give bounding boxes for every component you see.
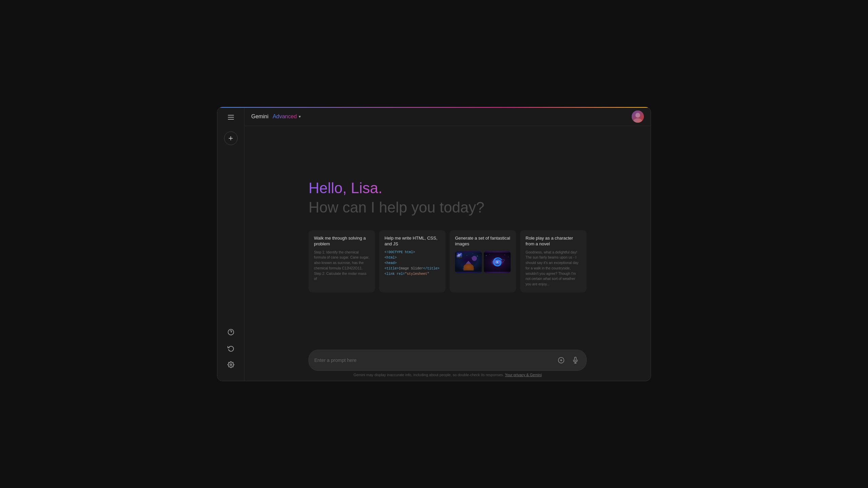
privacy-link[interactable]: Your privacy & Gemini	[505, 373, 541, 377]
history-button[interactable]	[224, 342, 238, 355]
suggestion-card-roleplay[interactable]: Role play as a character from a novel Go…	[520, 230, 587, 292]
svg-point-25	[508, 257, 508, 257]
card-title-roleplay: Role play as a character from a novel	[526, 236, 581, 247]
card-title-images: Generate a set of fantastical images	[455, 236, 511, 247]
app-window: +	[217, 107, 651, 381]
help-icon	[228, 329, 234, 336]
suggestion-card-images[interactable]: Generate a set of fantastical images	[450, 230, 516, 292]
microphone-icon	[572, 357, 579, 364]
svg-rect-21	[484, 252, 511, 272]
prompt-input-wrapper	[309, 350, 587, 371]
hamburger-icon	[228, 115, 234, 120]
suggestion-card-walk-through[interactable]: Walk me through solving a problem Step 1…	[309, 230, 375, 292]
svg-rect-18	[466, 264, 471, 265]
menu-button[interactable]	[225, 111, 237, 123]
card-title-html: Help me write HTML, CSS, and JS	[384, 236, 440, 247]
app-title: Gemini Advanced▾	[251, 114, 301, 120]
svg-point-12	[480, 254, 480, 255]
svg-point-9	[467, 255, 467, 256]
disclaimer-text: Gemini may display inaccurate info, incl…	[353, 373, 504, 377]
user-avatar[interactable]	[632, 110, 644, 123]
greeting-subtitle: How can I help you today?	[309, 199, 587, 217]
avatar-icon	[632, 110, 644, 123]
svg-point-14	[471, 258, 472, 258]
svg-point-27	[493, 260, 501, 264]
fantasy-image-1	[455, 251, 482, 273]
microphone-button[interactable]	[570, 355, 581, 366]
title-dropdown-arrow[interactable]: ▾	[299, 114, 301, 119]
advanced-title-text: Advanced	[273, 114, 297, 120]
svg-rect-17	[466, 264, 470, 270]
settings-icon	[228, 361, 234, 368]
svg-point-29	[496, 261, 498, 263]
header: Gemini Advanced▾	[244, 107, 651, 126]
svg-point-23	[490, 254, 490, 254]
greeting-hello: Hello, Lisa.	[309, 179, 587, 197]
fantasy-image-2	[484, 251, 511, 273]
svg-point-2	[230, 364, 232, 366]
plus-icon: +	[228, 134, 233, 142]
svg-point-13	[459, 258, 460, 259]
input-area: Gemini may display inaccurate info, incl…	[244, 346, 651, 381]
card-title-walk-through: Walk me through solving a problem	[314, 236, 370, 247]
add-content-button[interactable]	[556, 355, 567, 366]
input-icons	[556, 355, 581, 366]
card-images-container	[455, 251, 511, 273]
svg-point-26	[491, 258, 504, 266]
svg-point-8	[462, 253, 463, 254]
help-button[interactable]	[224, 325, 238, 339]
disclaimer: Gemini may display inaccurate info, incl…	[309, 371, 587, 378]
new-chat-button[interactable]: +	[224, 131, 238, 145]
gemini-title-text: Gemini	[251, 114, 269, 120]
svg-point-7	[458, 255, 458, 255]
card-preview-walk-through: Step 1: Identify the chemical formula of…	[314, 250, 370, 282]
svg-point-10	[473, 253, 473, 254]
greeting-section: Hello, Lisa. How can I help you today?	[309, 179, 587, 217]
svg-point-4	[635, 113, 640, 118]
input-container: Gemini may display inaccurate info, incl…	[309, 350, 587, 378]
chat-area: Hello, Lisa. How can I help you today? W…	[244, 126, 651, 346]
main-content: Gemini Advanced▾	[244, 107, 651, 381]
svg-point-20	[462, 267, 474, 270]
header-left: Gemini Advanced▾	[251, 114, 301, 120]
sidebar: +	[217, 107, 244, 381]
suggestion-cards: Walk me through solving a problem Step 1…	[309, 230, 587, 292]
history-icon	[228, 345, 234, 352]
prompt-input[interactable]	[314, 358, 552, 363]
settings-button[interactable]	[224, 358, 238, 371]
card-preview-roleplay: Goodness, what a delightful day! The sun…	[526, 250, 581, 287]
svg-point-24	[505, 255, 505, 255]
add-content-icon	[558, 357, 565, 364]
svg-point-11	[477, 256, 477, 256]
suggestion-card-html[interactable]: Help me write HTML, CSS, and JS <!DOCTYP…	[379, 230, 446, 292]
svg-point-28	[495, 261, 499, 263]
svg-point-22	[486, 255, 486, 256]
card-preview-html: <!DOCTYPE html> <html> <head> <title>Ima…	[384, 250, 440, 277]
